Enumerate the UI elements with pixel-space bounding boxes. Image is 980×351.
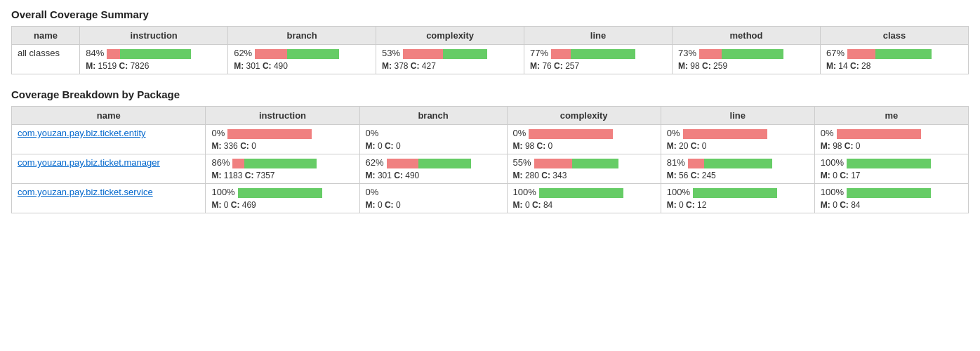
breakdown-row-method: 100% M: 0 C: 84 bbox=[814, 184, 968, 213]
package-link[interactable]: com.youzan.pay.biz.ticket.service bbox=[18, 187, 153, 197]
overall-col-name: name bbox=[12, 27, 80, 45]
breakdown-row-instruction: 0% M: 336 C: 0 bbox=[206, 125, 359, 154]
breakdown-row-instruction: 100% M: 0 C: 469 bbox=[206, 184, 359, 213]
breakdown-row-method: 0% M: 98 C: 0 bbox=[814, 125, 968, 154]
breakdown-row-complexity: 0% M: 98 C: 0 bbox=[507, 125, 661, 154]
breakdown-row-branch: 62% M: 301 C: 490 bbox=[359, 154, 507, 184]
overall-col-complexity: complexity bbox=[376, 27, 524, 45]
breakdown-col-complexity: complexity bbox=[507, 107, 661, 125]
breakdown-row-branch: 0% M: 0 C: 0 bbox=[359, 125, 507, 154]
breakdown-row-method: 100% M: 0 C: 17 bbox=[814, 154, 968, 184]
breakdown-row-instruction: 86% M: 1183 C: 7357 bbox=[206, 154, 359, 184]
overall-col-class: class bbox=[820, 27, 968, 45]
breakdown-row-name: com.youzan.pay.biz.ticket.service bbox=[12, 184, 206, 213]
breakdown-row: com.youzan.pay.biz.ticket.service 100% M… bbox=[12, 184, 969, 213]
breakdown-col-instruction: instruction bbox=[206, 107, 359, 125]
package-link[interactable]: com.youzan.pay.biz.ticket.manager bbox=[18, 157, 160, 168]
overall-branch: 62% M: 301 C: 490 bbox=[228, 45, 376, 74]
breakdown-row-line: 81% M: 56 C: 245 bbox=[661, 154, 814, 184]
package-link[interactable]: com.youzan.pay.biz.ticket.entity bbox=[18, 128, 146, 138]
breakdown-title: Coverage Breakdown by Package bbox=[11, 88, 969, 100]
overall-class: 67% M: 14 C: 28 bbox=[820, 45, 968, 74]
overall-table: name instruction branch complexity line … bbox=[11, 26, 969, 74]
breakdown-row-complexity: 100% M: 0 C: 84 bbox=[507, 184, 661, 213]
breakdown-col-method: me bbox=[814, 107, 968, 125]
breakdown-col-line: line bbox=[661, 107, 814, 125]
overall-row: all classes 84% M: 1519 C: 7826 bbox=[12, 45, 969, 74]
breakdown-table: name instruction branch complexity line … bbox=[11, 106, 969, 213]
breakdown-row: com.youzan.pay.biz.ticket.entity 0% M: 3… bbox=[12, 125, 969, 154]
breakdown-row: com.youzan.pay.biz.ticket.manager 86% M:… bbox=[12, 154, 969, 184]
overall-col-instruction: instruction bbox=[80, 27, 228, 45]
breakdown-col-branch: branch bbox=[359, 107, 507, 125]
breakdown-row-line: 0% M: 20 C: 0 bbox=[661, 125, 814, 154]
overall-title: Overall Coverage Summary bbox=[11, 8, 969, 20]
breakdown-row-branch: 0% M: 0 C: 0 bbox=[359, 184, 507, 213]
overall-instruction: 84% M: 1519 C: 7826 bbox=[80, 45, 228, 74]
breakdown-row-line: 100% M: 0 C: 12 bbox=[661, 184, 814, 213]
overall-complexity: 53% M: 378 C: 427 bbox=[376, 45, 524, 74]
overall-name: all classes bbox=[12, 45, 80, 74]
breakdown-row-name: com.youzan.pay.biz.ticket.manager bbox=[12, 154, 206, 184]
breakdown-row-complexity: 55% M: 280 C: 343 bbox=[507, 154, 661, 184]
overall-method: 73% M: 98 C: 259 bbox=[673, 45, 821, 74]
breakdown-row-name: com.youzan.pay.biz.ticket.entity bbox=[12, 125, 206, 154]
breakdown-col-name: name bbox=[12, 107, 206, 125]
overall-line: 77% M: 76 C: 257 bbox=[524, 45, 673, 74]
overall-col-method: method bbox=[673, 27, 821, 45]
overall-col-line: line bbox=[524, 27, 673, 45]
overall-col-branch: branch bbox=[228, 27, 376, 45]
